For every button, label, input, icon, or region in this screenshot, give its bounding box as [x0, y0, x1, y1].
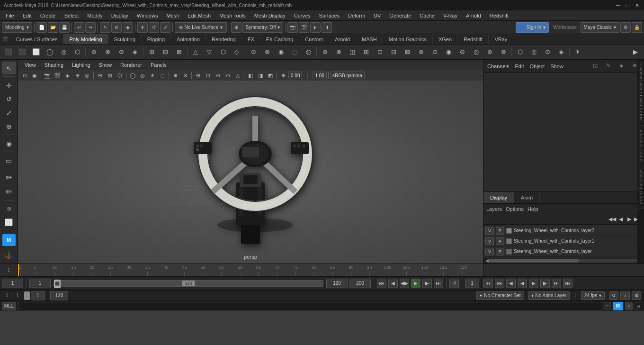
- layer-item-0[interactable]: V P Steering_Wheel_with_Controls_layer: [483, 246, 644, 257]
- shelf-btn-31[interactable]: ⊙: [428, 46, 441, 58]
- shelf-btn-5[interactable]: ◎: [57, 46, 70, 58]
- viewport[interactable]: View Shading Lighting Show Renderer Pane…: [18, 60, 483, 263]
- current-frame-field[interactable]: 1: [2, 279, 23, 288]
- vp-exposure-value[interactable]: 1.00: [313, 72, 326, 79]
- shelf-btn-19[interactable]: ⊛: [260, 46, 274, 58]
- layer-prev-1[interactable]: ◀◀: [608, 215, 617, 224]
- layer-visibility-1[interactable]: V: [485, 237, 494, 245]
- loop-btn[interactable]: ↺: [449, 279, 459, 288]
- layer-playback-1[interactable]: P: [496, 237, 504, 245]
- tab-rigging[interactable]: Rigging: [142, 34, 171, 44]
- shelf-btn-3[interactable]: ⬜: [29, 46, 43, 58]
- vp-exposure-icon[interactable]: ⊕: [278, 71, 288, 80]
- vp-camera-3[interactable]: ◈: [63, 71, 72, 80]
- vp-camera-btn[interactable]: 📷: [43, 71, 52, 80]
- mel-expand-btn[interactable]: ≡: [604, 302, 611, 310]
- step-fwd-btn[interactable]: ▶: [422, 279, 432, 288]
- shelf-btn-22[interactable]: ◍: [302, 46, 315, 58]
- viewport-ops[interactable]: ⬜: [2, 216, 16, 229]
- shading-menu[interactable]: Shading: [41, 61, 67, 69]
- step-back-2[interactable]: ⏮: [495, 279, 504, 288]
- play-2[interactable]: ◀: [518, 279, 527, 288]
- shelf-btn-36[interactable]: ⊗: [497, 46, 510, 58]
- layer-item-1[interactable]: V P Steering_Wheel_with_Controls_layer1: [483, 236, 644, 246]
- ipr-button[interactable]: ⏵: [310, 22, 321, 33]
- display-tab[interactable]: Display: [483, 192, 514, 203]
- vp-shading-2[interactable]: ◎: [138, 71, 147, 80]
- vp-xray-btn[interactable]: ⊗: [180, 71, 190, 80]
- redo-button[interactable]: ↪: [85, 22, 96, 33]
- next-key-2[interactable]: ▶: [540, 279, 550, 288]
- menu-edit-mesh[interactable]: Edit Mesh: [184, 12, 215, 19]
- sign-in-dropdown[interactable]: 👤 Sign In ▾: [516, 22, 549, 33]
- end-2[interactable]: ⏭: [552, 279, 561, 288]
- menu-cache[interactable]: Cache: [416, 12, 438, 19]
- live-surface-button[interactable]: ⊕ No Live Surface ▾: [175, 22, 227, 33]
- menu-mesh[interactable]: Mesh: [162, 12, 183, 19]
- range-thumb-status[interactable]: [24, 291, 30, 300]
- shelf-btn-30[interactable]: ⊛: [414, 46, 428, 58]
- window-controls[interactable]: ─ □ ✕: [615, 2, 640, 9]
- symmetry-dropdown[interactable]: Symmetry: Off ▾: [242, 22, 284, 33]
- menu-redshift[interactable]: Redshift: [486, 12, 512, 19]
- shelf-btn-11[interactable]: ⊞: [145, 46, 158, 58]
- range-slider-track[interactable]: ⬛ 120: [54, 280, 323, 287]
- layer-prev-2[interactable]: ◀: [617, 215, 625, 224]
- save-file-button[interactable]: 💾: [59, 22, 70, 33]
- layers-menu[interactable]: Layers: [486, 206, 502, 212]
- select-tool-button[interactable]: ↖: [100, 22, 110, 33]
- tab-xgen[interactable]: XGen: [433, 34, 458, 44]
- vp-poly-btn[interactable]: △: [233, 71, 242, 80]
- symmetry-button[interactable]: ⊞: [231, 22, 242, 33]
- menu-vray[interactable]: V-Ray: [439, 12, 461, 19]
- shelf-scroll-right[interactable]: ▶: [629, 46, 642, 58]
- menu-edit[interactable]: Edit: [19, 12, 36, 19]
- shelf-btn-8[interactable]: ⊗: [101, 46, 114, 58]
- vp-light-btn[interactable]: ☀: [148, 71, 157, 80]
- shelf-btn-13[interactable]: ⊠: [172, 46, 186, 58]
- step-fwd-2[interactable]: ◀: [506, 279, 516, 288]
- range-end-field[interactable]: 120: [326, 279, 348, 288]
- tab-fx[interactable]: FX: [242, 34, 260, 44]
- loop-icon[interactable]: ↺: [609, 291, 618, 300]
- shelf-btn-26[interactable]: ⊞: [359, 46, 373, 58]
- settings-button[interactable]: ⚙: [620, 22, 631, 33]
- workspace-dropdown[interactable]: Maya Classic ▾: [581, 22, 619, 33]
- pause-button[interactable]: ⏸: [322, 22, 332, 33]
- play-fwd-2[interactable]: ▶: [529, 279, 538, 288]
- menu-modify[interactable]: Modify: [83, 12, 106, 19]
- menu-file[interactable]: File: [2, 12, 18, 19]
- menu-create[interactable]: Create: [36, 12, 60, 19]
- anim-end-field[interactable]: 200: [349, 279, 371, 288]
- camera-button[interactable]: 📷: [287, 22, 298, 33]
- range-label[interactable]: 120: [182, 281, 195, 286]
- vp-quad-2[interactable]: ◨: [256, 71, 265, 80]
- snap-curve[interactable]: ⊞×: [2, 185, 16, 198]
- vp-camera-5[interactable]: ◎: [82, 71, 92, 80]
- tab-vray[interactable]: VRay: [489, 34, 513, 44]
- layer-playback-2[interactable]: P: [496, 227, 504, 235]
- shelf-btn-10[interactable]: ◈: [128, 46, 142, 58]
- shelf-btn-27[interactable]: ⊡: [373, 46, 386, 58]
- shelf-btn-15[interactable]: ▽: [203, 46, 216, 58]
- tab-fx-caching[interactable]: FX Caching: [260, 34, 299, 44]
- layer-scroll-thumb[interactable]: [489, 259, 579, 263]
- shelf-btn-40[interactable]: ◈: [555, 46, 568, 58]
- mode-dropdown[interactable]: Modeling ▾: [2, 22, 32, 33]
- options-menu[interactable]: Options: [506, 206, 524, 212]
- scale-tool-button[interactable]: ⤢: [160, 22, 170, 33]
- shelf-btn-41[interactable]: ☀: [571, 46, 584, 58]
- loop-field[interactable]: 1: [465, 279, 479, 288]
- object-label[interactable]: Object: [529, 64, 545, 69]
- character-set-dropdown[interactable]: ▾ No Character Set: [476, 291, 524, 300]
- rect-select[interactable]: ▭: [2, 154, 16, 167]
- shelf-btn-28[interactable]: ⊟: [387, 46, 400, 58]
- shelf-btn-14[interactable]: △: [189, 46, 202, 58]
- open-file-button[interactable]: 📂: [48, 22, 58, 33]
- shelf-btn-12[interactable]: ⊟: [159, 46, 172, 58]
- shelf-btn-32[interactable]: ◉: [442, 46, 455, 58]
- shelf-btn-20[interactable]: ◉: [274, 46, 287, 58]
- minimize-button[interactable]: ─: [615, 2, 621, 9]
- show-label[interactable]: Show: [550, 64, 564, 69]
- vp-shadow-btn[interactable]: ◌: [158, 71, 167, 80]
